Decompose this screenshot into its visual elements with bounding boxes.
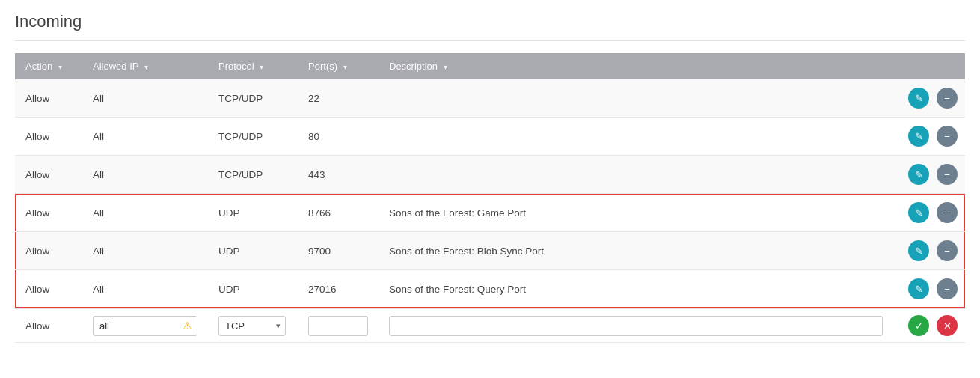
cell-description: Sons of the Forest: Game Port [379,194,893,232]
sort-protocol-icon: ▾ [260,63,263,71]
new-description-input[interactable] [389,316,883,336]
cell-allowed-ip: All [82,118,208,156]
col-header-allowed-ip[interactable]: Allowed IP ▾ [82,53,208,79]
sort-port-icon: ▾ [343,63,347,71]
cell-description [379,79,893,118]
rules-table: Action ▾ Allowed IP ▾ Protocol ▾ Port(s)… [15,53,965,343]
firewall-table: Action ▾ Allowed IP ▾ Protocol ▾ Port(s)… [15,53,965,343]
remove-button[interactable]: − [937,88,958,109]
cancel-button[interactable]: ✕ [937,315,958,336]
cell-description: Sons of the Forest: Query Port [379,270,893,309]
col-header-actions [893,53,965,79]
cell-protocol: TCP/UDP [208,156,298,194]
table-row: Allow All TCP/UDP 443 ✎ − [15,156,965,194]
edit-button[interactable]: ✎ [908,202,929,223]
ip-warning-icon: ⚠ [183,320,192,332]
cell-protocol: TCP/UDP [208,118,298,156]
remove-button[interactable]: − [937,240,958,261]
col-header-action[interactable]: Action ▾ [15,53,82,79]
cell-allowed-ip: All [82,232,208,270]
cell-action: Allow [15,270,82,309]
table-row: Allow All UDP 8766 Sons of the Forest: G… [15,194,965,232]
cell-port: 9700 [298,232,379,270]
table-header-row: Action ▾ Allowed IP ▾ Protocol ▾ Port(s)… [15,53,965,79]
cell-row-actions: ✎ − [893,194,965,232]
remove-button[interactable]: − [937,164,958,185]
new-port-input[interactable] [308,316,368,336]
cell-port: 27016 [298,270,379,309]
new-protocol-select[interactable]: TCP UDP TCP/UDP [218,316,286,336]
cell-protocol: TCP/UDP [208,79,298,118]
sort-ip-icon: ▾ [144,63,148,71]
table-row: Allow All TCP/UDP 22 ✎ − [15,79,965,118]
edit-button[interactable]: ✎ [908,164,929,185]
new-row-port-cell [298,308,379,343]
cell-action: Allow [15,232,82,270]
cell-action: Allow [15,118,82,156]
col-header-protocol[interactable]: Protocol ▾ [208,53,298,79]
new-row-protocol-cell: TCP UDP TCP/UDP [208,308,298,343]
cell-protocol: UDP [208,232,298,270]
page-title: Incoming [15,12,965,41]
cell-port: 443 [298,156,379,194]
cell-row-actions: ✎ − [893,118,965,156]
cell-allowed-ip: All [82,194,208,232]
table-row: Allow All UDP 9700 Sons of the Forest: B… [15,232,965,270]
cell-port: 22 [298,79,379,118]
edit-button[interactable]: ✎ [908,278,929,299]
new-ip-input[interactable] [93,316,197,336]
remove-button[interactable]: − [937,278,958,299]
remove-button[interactable]: − [937,202,958,223]
new-row-desc-cell [379,308,893,343]
cell-protocol: UDP [208,270,298,309]
confirm-button[interactable]: ✓ [908,315,929,336]
cell-allowed-ip: All [82,79,208,118]
cell-port: 80 [298,118,379,156]
new-row-action-label: Allow [15,308,82,343]
cell-protocol: UDP [208,194,298,232]
cell-row-actions: ✎ − [893,232,965,270]
new-rule-row: Allow ⚠ TCP UDP TCP/UDP ✓ ✕ [15,308,965,343]
new-row-actions: ✓ ✕ [893,308,965,343]
cell-action: Allow [15,79,82,118]
cell-row-actions: ✎ − [893,270,965,309]
sort-action-icon: ▾ [58,63,62,71]
cell-allowed-ip: All [82,270,208,309]
cell-description [379,156,893,194]
edit-button[interactable]: ✎ [908,240,929,261]
cell-row-actions: ✎ − [893,79,965,118]
edit-button[interactable]: ✎ [908,88,929,109]
table-body: Allow All TCP/UDP 22 ✎ − Allow All TCP/U… [15,79,965,343]
sort-desc-icon: ▾ [444,63,447,71]
col-header-description[interactable]: Description ▾ [379,53,893,79]
table-row: Allow All UDP 27016 Sons of the Forest: … [15,270,965,309]
cell-action: Allow [15,194,82,232]
cell-port: 8766 [298,194,379,232]
cell-description: Sons of the Forest: Blob Sync Port [379,232,893,270]
cell-allowed-ip: All [82,156,208,194]
edit-button[interactable]: ✎ [908,126,929,147]
remove-button[interactable]: − [937,126,958,147]
cell-description [379,118,893,156]
table-row: Allow All TCP/UDP 80 ✎ − [15,118,965,156]
new-row-ip-cell: ⚠ [82,308,208,343]
col-header-port[interactable]: Port(s) ▾ [298,53,379,79]
cell-action: Allow [15,156,82,194]
cell-row-actions: ✎ − [893,156,965,194]
